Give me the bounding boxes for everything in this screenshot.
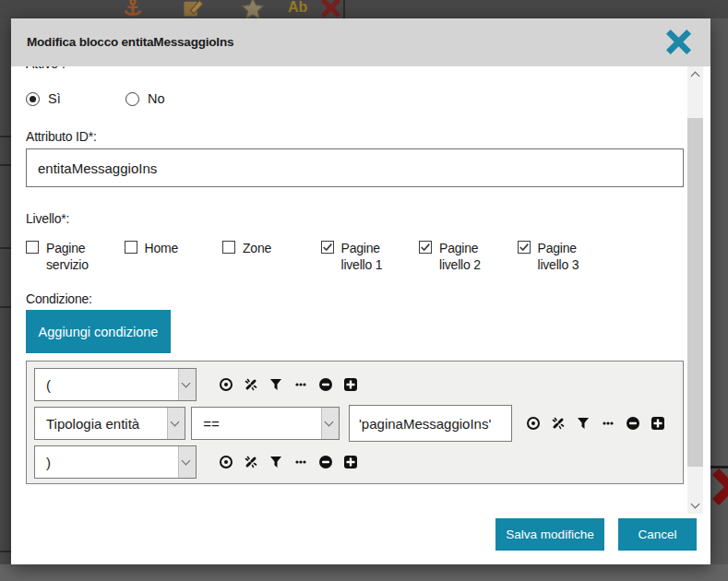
check-icon	[322, 242, 333, 253]
add-icon[interactable]	[343, 377, 358, 392]
checkbox-box[interactable]	[419, 241, 432, 254]
condition-row-open-bracket: (	[34, 368, 675, 401]
background-bottom-strip	[0, 564, 728, 581]
radio-si-circle[interactable]	[26, 92, 40, 106]
radio-no-circle[interactable]	[125, 92, 139, 106]
background-toolbar: Ab	[0, 0, 728, 18]
more-icon[interactable]	[293, 377, 308, 392]
condizione-label: Condizione:	[26, 291, 669, 306]
condition-value-input[interactable]	[349, 405, 512, 442]
radio-no[interactable]: No	[125, 91, 225, 106]
checkbox-box[interactable]	[518, 241, 531, 254]
checkbox-pagine-livello-1[interactable]: Pagine livello 1	[321, 240, 420, 273]
check-icon	[519, 242, 530, 253]
background-right-strip	[710, 18, 728, 564]
scrollbar-thumb[interactable]	[687, 118, 703, 467]
chevron-down-icon[interactable]	[321, 408, 339, 439]
checkbox-box[interactable]	[222, 241, 235, 254]
add-icon[interactable]	[650, 416, 665, 431]
checkbox-box[interactable]	[321, 241, 334, 254]
remove-icon[interactable]	[318, 455, 333, 469]
scroll-down-button[interactable]	[687, 497, 703, 514]
unlink-icon[interactable]	[244, 455, 258, 469]
checkbox-box[interactable]	[26, 241, 39, 254]
more-icon[interactable]	[293, 455, 308, 469]
attivo-radio-group: Sì No	[26, 91, 669, 106]
field-select[interactable]: Tipologia entità	[34, 407, 185, 440]
dialog-body: Attivo : Sì No Attributo ID*: Livello*:	[11, 66, 710, 514]
dialog-footer: Salva modifiche Cancel	[11, 514, 710, 564]
condition-row-close-bracket: )	[34, 445, 675, 479]
scroll-up-button[interactable]	[687, 66, 703, 83]
attributo-id-label: Attributo ID*:	[26, 129, 669, 144]
target-icon[interactable]	[219, 377, 233, 392]
checkbox-pagine-livello-3[interactable]: Pagine livello 3	[518, 240, 616, 273]
bracket-select[interactable]: )	[34, 445, 197, 479]
text-style-icon: Ab	[288, 0, 307, 16]
radio-si[interactable]: Sì	[26, 91, 125, 106]
add-condition-button[interactable]: Aggiungi condizione	[26, 310, 171, 353]
checkbox-home[interactable]: Home	[125, 240, 223, 273]
filter-icon[interactable]	[269, 455, 283, 469]
edit-block-dialog: Modifica blocco entitaMessaggioIns Attiv…	[11, 18, 710, 564]
close-button[interactable]	[665, 30, 691, 55]
attivo-label: Attivo :	[26, 66, 669, 75]
operator-select[interactable]: ==	[191, 407, 340, 440]
delete-icon	[321, 0, 340, 18]
unlink-icon[interactable]	[551, 416, 566, 431]
screen: Ab Modifica blocco entitaMessaggioIns	[0, 0, 728, 581]
checkbox-box[interactable]	[125, 241, 137, 254]
attributo-id-input[interactable]	[26, 148, 684, 187]
radio-no-label: No	[148, 91, 165, 106]
filter-icon[interactable]	[576, 416, 591, 431]
row-actions	[526, 416, 675, 431]
unlink-icon[interactable]	[244, 377, 258, 392]
chevron-down-icon[interactable]	[167, 408, 185, 439]
save-button[interactable]: Salva modifiche	[495, 518, 604, 551]
checkbox-zone[interactable]: Zone	[222, 240, 321, 273]
livello-checkbox-group: Pagine servizio Home Zone	[26, 240, 669, 273]
remove-icon[interactable]	[626, 416, 640, 431]
bracket-select[interactable]: (	[34, 368, 197, 401]
background-left-strip	[0, 18, 11, 564]
dialog-title: Modifica blocco entitaMessaggioIns	[27, 18, 233, 66]
background-delete-icon	[712, 468, 728, 505]
scroll-down-icon	[690, 500, 699, 509]
stamp-icon	[182, 0, 204, 18]
checkbox-pagine-servizio[interactable]: Pagine servizio	[26, 240, 125, 273]
star-icon	[242, 0, 264, 19]
filter-icon[interactable]	[269, 377, 283, 392]
dialog-header: Modifica blocco entitaMessaggioIns	[11, 18, 710, 66]
condition-row-expression: Tipologia entità ==	[34, 405, 675, 442]
target-icon[interactable]	[219, 455, 233, 469]
chevron-down-icon[interactable]	[178, 446, 196, 478]
check-icon	[420, 242, 431, 253]
chevron-down-icon[interactable]	[178, 369, 196, 400]
checkbox-pagine-livello-2[interactable]: Pagine livello 2	[419, 240, 518, 273]
scroll-up-icon	[690, 72, 699, 81]
close-icon	[666, 30, 691, 54]
add-icon[interactable]	[343, 455, 358, 469]
cancel-button[interactable]: Cancel	[618, 518, 697, 551]
toolbar-separator	[343, 0, 345, 18]
radio-si-label: Sì	[48, 91, 61, 106]
target-icon[interactable]	[526, 416, 541, 431]
row-actions	[219, 455, 368, 469]
more-icon[interactable]	[601, 416, 615, 431]
vertical-scrollbar[interactable]	[687, 66, 703, 514]
anchor-icon	[123, 0, 143, 18]
row-actions	[219, 377, 368, 392]
remove-icon[interactable]	[318, 377, 333, 392]
condition-builder: (	[26, 361, 684, 484]
livello-label: Livello*:	[26, 211, 669, 226]
